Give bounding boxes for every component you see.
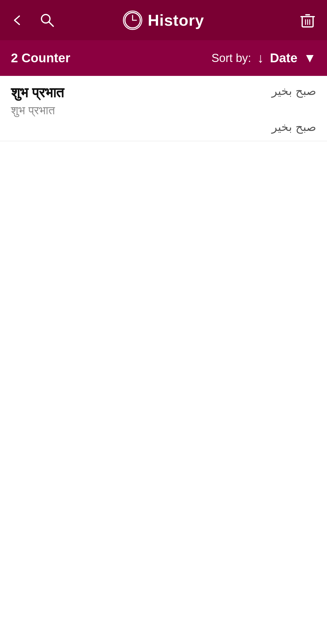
sort-by-label: Sort by: xyxy=(211,52,251,65)
source-text-primary: शुभ प्रभात xyxy=(11,84,64,101)
source-text-secondary: शुभ प्रभात xyxy=(11,104,55,117)
history-list: शुभ प्रभात صبح بخیر शुभ प्रभात صبح بخیر xyxy=(0,76,327,644)
target-text-bottom: صبح بخیر xyxy=(11,120,316,134)
delete-button[interactable] xyxy=(299,12,316,29)
clock-icon xyxy=(123,11,142,30)
svg-point-2 xyxy=(125,12,140,28)
list-item[interactable]: शुभ प्रभात صبح بخیر शुभ प्रभात صبح بخیر xyxy=(0,76,327,141)
svg-line-1 xyxy=(49,22,53,26)
filter-bar: 2 Counter Sort by: ↓ Date ▼ xyxy=(0,40,327,76)
sort-direction-icon: ↓ xyxy=(257,50,264,66)
back-button[interactable] xyxy=(11,14,24,27)
header-center: History xyxy=(123,11,204,30)
item-row-3: صبح بخیر xyxy=(11,120,316,134)
sort-controls[interactable]: Sort by: ↓ Date ▼ xyxy=(211,50,316,66)
search-button[interactable] xyxy=(39,12,56,29)
item-row-2: शुभ प्रभात xyxy=(11,104,316,117)
counter-label: 2 Counter xyxy=(11,51,70,65)
target-text-top: صبح بخیر xyxy=(272,84,316,98)
item-row-1: शुभ प्रभात صبح بخیر xyxy=(11,84,316,101)
sort-dropdown-icon[interactable]: ▼ xyxy=(303,51,316,65)
header-title: History xyxy=(148,11,204,29)
sort-value-label: Date xyxy=(270,51,297,65)
header-left-controls xyxy=(11,12,56,29)
app-header: History xyxy=(0,0,327,40)
header-right-controls xyxy=(299,12,316,29)
